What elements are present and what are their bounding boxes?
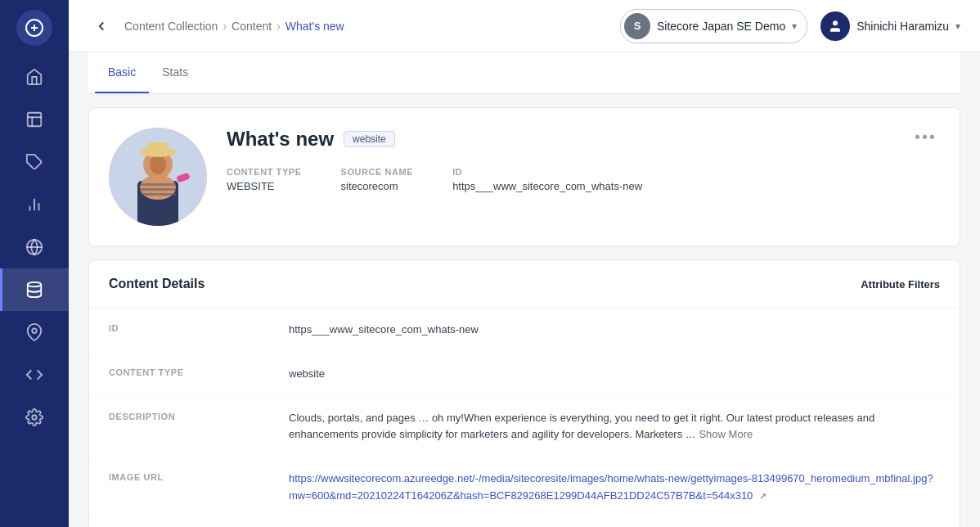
sidebar-item-home[interactable] [0,56,69,98]
meta-source-name: SOURCE NAME sitecorecom [341,167,414,192]
details-title: Content Details [109,277,205,291]
sidebar-item-settings[interactable] [0,396,69,439]
svg-rect-18 [140,175,176,200]
sidebar-item-chart[interactable] [0,183,69,226]
svg-rect-23 [148,142,168,154]
breadcrumb-part2: Content [232,20,272,33]
meta-id: ID https___www_sitecore_com_whats-new [452,167,642,192]
sidebar-item-pin[interactable] [0,311,69,354]
breadcrumb-part1: Content Collection [124,20,218,33]
breadcrumb: Content Collection › Content › What's ne… [124,20,620,33]
meta-content-type-value: WEBSITE [227,180,302,192]
meta-source-name-value: sitecorecom [341,180,414,192]
tab-stats[interactable]: Stats [149,52,201,93]
tab-basic[interactable]: Basic [95,52,149,93]
card-badge: website [344,131,395,147]
content-card: What's new website CONTENT TYPE WEBSITE … [88,107,960,246]
detail-value-id: https___www_sitecore_com_whats-new [289,322,940,339]
detail-label-content-type: CONTENT TYPE [109,366,289,377]
user-name: Shinichi Haramizu [856,20,949,33]
svg-rect-19 [140,183,176,186]
svg-point-10 [28,282,42,287]
show-more-button[interactable]: Show More [699,428,753,440]
user-menu[interactable]: Shinichi Haramizu ▾ [820,11,960,41]
content-area: Basic Stats [69,52,980,527]
detail-row-id: ID https___www_sitecore_com_whats-new [89,309,960,353]
card-title: What's new [227,128,334,151]
more-options-button[interactable]: ••• [908,124,943,150]
detail-row-image-url: IMAGE URL https://wwwsitecorecom.azureed… [89,457,960,519]
breadcrumb-current: What's new [285,20,344,33]
meta-source-name-label: SOURCE NAME [341,167,414,177]
card-title-row: What's new website [227,128,940,151]
svg-rect-1 [28,113,42,127]
svg-point-16 [150,155,166,174]
sidebar-item-layout[interactable] [0,98,69,141]
attribute-filters-button[interactable]: Attribute Filters [861,278,940,291]
workspace-selector[interactable]: S Sitecore Japan SE Demo ▾ [620,9,807,43]
svg-point-12 [32,415,37,420]
workspace-avatar: S [624,13,650,39]
card-info: What's new website CONTENT TYPE WEBSITE … [227,128,940,192]
detail-row-last-modified: LAST MODIFIED 2023-03-08 16:04:09Z [89,519,960,527]
sidebar-item-database[interactable] [0,268,69,311]
meta-id-value: https___www_sitecore_com_whats-new [452,180,642,192]
user-chevron-icon: ▾ [955,20,960,32]
back-button[interactable] [88,13,115,39]
detail-row-description: DESCRIPTION Clouds, portals, and pages …… [89,397,960,458]
svg-rect-20 [140,188,176,191]
detail-label-image-url: IMAGE URL [109,471,289,482]
sidebar-item-code[interactable] [0,354,69,396]
card-meta: CONTENT TYPE WEBSITE SOURCE NAME sitecor… [227,167,940,192]
detail-label-id: ID [109,322,289,333]
svg-point-11 [32,328,37,333]
topbar-right: S Sitecore Japan SE Demo ▾ Shinichi Hara… [620,9,960,43]
details-header: Content Details Attribute Filters [89,260,960,309]
meta-content-type-label: CONTENT TYPE [227,167,302,177]
breadcrumb-sep2: › [276,20,281,33]
topbar: Content Collection › Content › What's ne… [69,0,980,52]
detail-value-image-url: https://wwwsitecorecom.azureedge.net/-/m… [289,471,940,505]
workspace-chevron-icon: ▾ [792,20,797,32]
tabs-bar: Basic Stats [88,52,960,94]
detail-value-description: Clouds, portals, and pages … oh my!When … [289,410,940,444]
svg-point-13 [833,20,838,25]
main-area: Content Collection › Content › What's ne… [69,0,980,527]
app-logo[interactable] [16,10,52,46]
meta-id-label: ID [452,167,642,177]
detail-row-content-type: CONTENT TYPE website [89,353,960,397]
card-header: What's new website CONTENT TYPE WEBSITE … [89,108,960,245]
details-card: Content Details Attribute Filters ID htt… [88,259,960,527]
workspace-name: Sitecore Japan SE Demo [657,20,785,33]
svg-rect-21 [140,193,176,196]
breadcrumb-sep1: › [223,20,227,33]
sidebar [0,0,69,527]
detail-value-content-type: website [289,366,940,383]
user-avatar [820,11,850,41]
image-url-link[interactable]: https://wwwsitecorecom.azureedge.net/-/m… [289,472,933,502]
sidebar-item-puzzle[interactable] [0,141,69,183]
card-image [109,128,207,226]
meta-content-type: CONTENT TYPE WEBSITE [227,167,302,192]
sidebar-item-globe[interactable] [0,226,69,268]
external-link-icon: ↗ [759,491,766,501]
detail-label-description: DESCRIPTION [109,410,289,421]
